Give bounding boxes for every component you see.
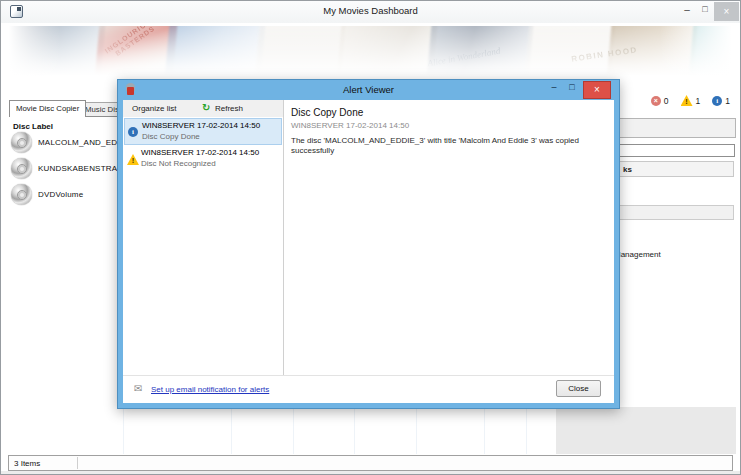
maximize-button[interactable]: □ [698,4,712,14]
disc-icon [11,158,32,179]
dialog-footer: ✉ Set up email notification for alerts C… [123,375,614,403]
items-count: 3 Items [14,459,40,468]
email-notification-link[interactable]: Set up email notification for alerts [151,385,269,394]
status-bar: 3 Items [8,455,733,471]
dialog-maximize-button[interactable]: □ [565,82,579,92]
tab-movie-disc-copier[interactable]: Movie Disc Copier [9,100,86,117]
main-window: My Movies Dashboard – □ × INGLOURIOUS BA… [0,0,741,475]
alert-list-item[interactable]: ! WIN8SERVER 17-02-2014 14:50 Disc Not R… [124,146,282,173]
warning-counter[interactable]: ! 1 [681,95,701,106]
info-count: 1 [725,96,730,106]
close-button[interactable]: × [714,2,739,21]
window-title: My Movies Dashboard [1,5,740,16]
refresh-button[interactable]: Refresh [215,104,243,113]
alert-detail-body: The disc 'MALCOLM_AND_EDDIE_3' with titl… [291,136,606,156]
minimize-button[interactable]: – [680,4,694,15]
warning-icon: ! [127,154,139,165]
column-separator [416,409,417,454]
info-icon: i [128,127,138,137]
warning-count: 1 [696,96,701,106]
error-count: 0 [664,96,669,106]
alert-list: i WIN8SERVER 17-02-2014 14:50 Disc Copy … [123,117,284,375]
email-icon: ✉ [134,383,142,394]
dialog-client-area: Organize list ↻ Refresh i WIN8SERVER 17-… [123,100,614,403]
alert-detail-source: WIN8SERVER 17-02-2014 14:50 [291,121,409,130]
info-icon: i [712,96,722,106]
dialog-titlebar: Alert Viewer – □ × [118,80,619,100]
column-separator [484,409,485,454]
warning-icon: ! [681,95,693,106]
disc-label-column-header: Disc Label [13,122,53,131]
refresh-icon: ↻ [202,102,210,113]
banner-fade [9,26,732,76]
alert-source: WIN8SERVER 17-02-2014 14:50 [142,121,260,130]
alert-source: WIN8SERVER 17-02-2014 14:50 [141,148,259,157]
alert-summary: Disc Not Recognized [141,159,216,168]
error-icon: × [651,96,661,106]
column-separator [231,409,232,454]
organize-list-button[interactable]: Organize list [132,104,176,113]
window-frame-bottom [1,471,740,475]
column-separator [526,409,527,454]
alert-summary: Disc Copy Done [142,132,200,141]
alert-counters: × 0 ! 1 i 1 [651,95,730,106]
alert-detail-title: Disc Copy Done [291,107,363,118]
disc-label: DVDVolume [38,190,83,199]
dialog-toolbar: Organize list ↻ Refresh [123,100,284,117]
alert-list-item-selected[interactable]: i WIN8SERVER 17-02-2014 14:50 Disc Copy … [124,118,282,145]
dialog-minimize-button[interactable]: – [547,82,561,92]
alert-viewer-dialog: Alert Viewer – □ × Organize list ↻ Refre… [117,79,620,409]
column-separator [293,409,294,454]
dialog-close-action-button[interactable]: Close [556,380,601,397]
right-side-panel [556,407,736,454]
main-titlebar: My Movies Dashboard – □ × [1,1,740,23]
disc-icon [11,184,32,205]
dialog-close-button[interactable]: × [583,81,611,99]
group-header-fragment: ks [623,165,632,174]
management-label-fragment: Management [614,250,661,259]
disc-icon [11,132,32,153]
dialog-title: Alert Viewer [118,84,619,95]
error-counter[interactable]: × 0 [651,96,669,106]
info-counter[interactable]: i 1 [712,96,730,106]
status-bar-separator [77,457,78,469]
column-separator [123,409,124,454]
alert-detail-pane: Disc Copy Done WIN8SERVER 17-02-2014 14:… [285,100,614,375]
movie-poster-banner: INGLOURIOUS BASTERDS Alice in Wonderland… [9,26,732,76]
column-separator [354,409,355,454]
